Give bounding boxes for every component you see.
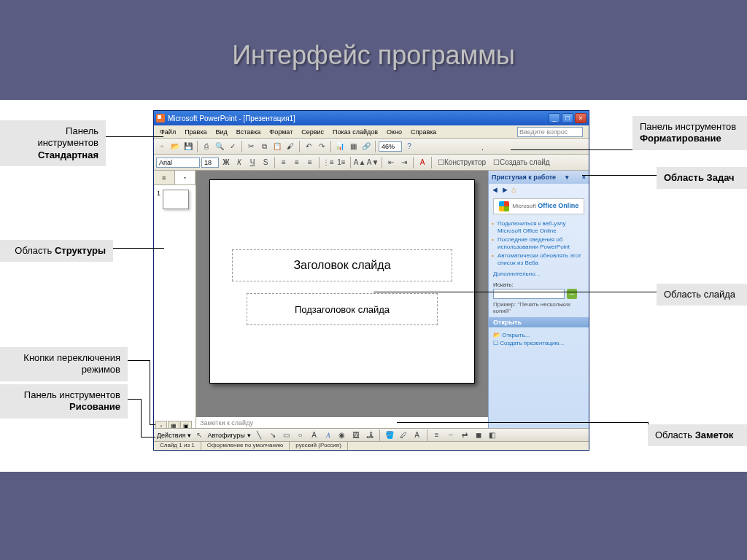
bold-icon[interactable]: Ж	[220, 157, 232, 168]
status-slide: Слайд 1 из 1	[154, 442, 201, 450]
tp-link[interactable]: Автоматически обновлять этот список из В…	[498, 252, 586, 266]
shadow-style-icon[interactable]: ◼	[473, 429, 484, 441]
menu-insert[interactable]: Вставка	[232, 127, 265, 137]
line-color-icon[interactable]: 🖊	[398, 429, 409, 441]
dash-style-icon[interactable]: ┄	[445, 429, 457, 441]
chart-icon[interactable]: 📊	[334, 141, 346, 152]
page-title: Интерфейс программы	[0, 0, 747, 100]
hyperlink-icon[interactable]: 🔗	[360, 141, 372, 152]
title-placeholder[interactable]: Заголовок слайда	[232, 249, 452, 281]
design-button[interactable]: ☐ Конструктор	[435, 157, 489, 168]
zoom-box[interactable]: 46%	[379, 141, 402, 152]
ask-input[interactable]	[517, 127, 583, 137]
open-icon[interactable]: 📂	[169, 141, 181, 152]
search-go-button[interactable]: →	[567, 289, 577, 299]
table-icon[interactable]: ▦	[347, 141, 359, 152]
menu-edit[interactable]: Правка	[180, 127, 211, 137]
font-color-icon[interactable]: A	[411, 429, 423, 441]
taskpane-dropdown-icon[interactable]: ▾	[565, 174, 569, 181]
line-style-icon[interactable]: ≡	[431, 429, 443, 441]
back-icon[interactable]: ◄	[491, 185, 499, 194]
select-icon[interactable]: ↖	[193, 429, 205, 441]
align-right-icon[interactable]: ≡	[304, 157, 316, 168]
menu-view[interactable]: Вид	[212, 127, 232, 137]
home-icon[interactable]: ⌂	[511, 185, 516, 194]
create-presentation-link[interactable]: ☐ Создать презентацию...	[493, 340, 584, 346]
cut-icon[interactable]: ✂	[245, 141, 257, 152]
undo-icon[interactable]: ↶	[303, 141, 314, 152]
arrow-style-icon[interactable]: ⇄	[459, 429, 471, 441]
leader-line	[106, 136, 163, 137]
tp-more-link[interactable]: Дополнительно...	[489, 271, 589, 280]
new-icon[interactable]: ▫	[156, 141, 168, 152]
subtitle-placeholder[interactable]: Подзаголовок слайда	[247, 293, 438, 325]
menu-slideshow[interactable]: Показ слайдов	[328, 127, 382, 137]
rectangle-icon[interactable]: ▭	[281, 429, 293, 441]
shadow-icon[interactable]: S	[260, 157, 271, 168]
taskpane-search-input[interactable]	[493, 289, 565, 299]
italic-icon[interactable]: К	[233, 157, 245, 168]
3d-style-icon[interactable]: ◧	[487, 429, 498, 441]
font-name-box[interactable]: Arial	[156, 158, 200, 168]
slide-thumbnail[interactable]: 1	[157, 190, 193, 209]
maximize-button[interactable]: □	[562, 113, 573, 123]
ask-box[interactable]	[513, 125, 587, 139]
line-icon[interactable]: ╲	[253, 429, 265, 441]
slides-tab[interactable]: ▫	[175, 171, 196, 184]
picture-icon[interactable]: 🏞	[364, 429, 376, 441]
align-center-icon[interactable]: ≡	[291, 157, 303, 168]
textbox-icon[interactable]: A	[309, 429, 320, 441]
fill-color-icon[interactable]: 🪣	[384, 429, 395, 441]
increase-font-icon[interactable]: A▲	[354, 157, 365, 168]
leader-line	[511, 149, 639, 150]
callout-task-area: Область Задач	[657, 167, 747, 189]
print-icon[interactable]: ⎙	[201, 141, 212, 152]
redo-icon[interactable]: ↷	[316, 141, 328, 152]
menu-tools[interactable]: Сервис	[297, 127, 328, 137]
forward-icon[interactable]: ►	[501, 185, 509, 194]
titlebar[interactable]: Microsoft PowerPoint - [Презентация1] _ …	[154, 111, 589, 125]
callout-notes-area: Область Заметок	[648, 424, 747, 446]
decrease-font-icon[interactable]: A▼	[367, 157, 379, 168]
arrow-icon[interactable]: ↘	[267, 429, 279, 441]
spellcheck-icon[interactable]: ✓	[227, 141, 239, 152]
menu-file[interactable]: Файл	[155, 127, 180, 137]
increase-indent-icon[interactable]: ⇥	[398, 157, 410, 168]
menubar: Файл Правка Вид Вставка Формат Сервис По…	[154, 125, 589, 139]
clipart-icon[interactable]: 🖼	[350, 429, 362, 441]
font-size-box[interactable]: 18	[201, 158, 219, 168]
align-left-icon[interactable]: ≡	[278, 157, 290, 168]
menu-help[interactable]: Справка	[406, 127, 441, 137]
callout-slide-area: Область слайда	[657, 284, 747, 306]
wordart-icon[interactable]: 𝐴	[322, 429, 334, 441]
slide-canvas[interactable]: Заголовок слайда Подзаголовок слайда	[209, 179, 475, 384]
oval-icon[interactable]: ○	[295, 429, 306, 441]
numbering-icon[interactable]: 1≡	[336, 157, 347, 168]
help-icon[interactable]: ?	[403, 141, 415, 152]
diagram-icon[interactable]: ◉	[336, 429, 348, 441]
outline-tab[interactable]: ≡	[154, 171, 175, 184]
format-painter-icon[interactable]: 🖌	[285, 141, 296, 152]
font-color-icon[interactable]: A	[417, 157, 428, 168]
paste-icon[interactable]: 📋	[271, 141, 283, 152]
underline-icon[interactable]: Ч	[247, 157, 258, 168]
bullets-icon[interactable]: ⋮≡	[322, 157, 334, 168]
copy-icon[interactable]: ⧉	[258, 141, 270, 152]
tp-link[interactable]: Последние сведения об использовании Powe…	[498, 236, 586, 250]
minimize-button[interactable]: _	[549, 113, 560, 123]
draw-actions-button[interactable]: Действия	[157, 432, 185, 439]
decrease-indent-icon[interactable]: ⇤	[385, 157, 397, 168]
tp-link[interactable]: Подключиться к веб-узлу Microsoft Office…	[498, 220, 586, 234]
save-icon[interactable]: 💾	[182, 141, 194, 152]
close-button[interactable]: ×	[575, 113, 587, 123]
new-slide-button[interactable]: ☐ Создать слайд	[490, 157, 553, 168]
autoshapes-button[interactable]: Автофигуры	[207, 432, 244, 439]
menu-window[interactable]: Окно	[382, 127, 406, 137]
open-link[interactable]: 📂 Открыть...	[493, 332, 584, 338]
menu-format[interactable]: Формат	[265, 127, 297, 137]
taskpane-header[interactable]: Приступая к работе ▾ ×	[489, 171, 589, 184]
preview-icon[interactable]: 🔍	[214, 141, 225, 152]
thumbnail-number: 1	[157, 190, 160, 209]
window-title: Microsoft PowerPoint - [Презентация1]	[168, 114, 295, 122]
office-online-box[interactable]: Microsoft Office Online	[493, 198, 584, 214]
